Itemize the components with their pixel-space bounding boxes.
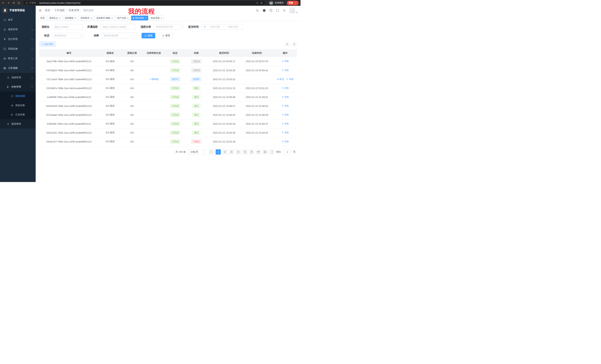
security-warning-label[interactable]: 不安全 [29, 1, 36, 4]
tab[interactable]: 我的流程× [131, 16, 148, 20]
search-icon[interactable] [256, 9, 259, 12]
detail-button[interactable]: ✎详情 [282, 140, 289, 143]
browser-reload-icon[interactable] [12, 1, 15, 4]
next-page-button[interactable] [269, 149, 274, 154]
github-icon[interactable] [262, 9, 266, 12]
process-definition-input[interactable] [100, 24, 136, 30]
tab[interactable]: 流程模型× [63, 16, 78, 20]
help-icon[interactable]: ? [270, 9, 272, 12]
table-row: 331bc281-7b9a-11ec-a290-acde48001122OA 请… [39, 128, 297, 137]
tab[interactable]: 首页 [39, 16, 46, 20]
cell-actions: ✎详情 [274, 102, 297, 110]
submit-time-range-picker[interactable]: 开始日期 - 结束日期 [201, 24, 242, 30]
page-button[interactable]: 5 [242, 149, 248, 154]
detail-button[interactable]: ✎详情 [282, 105, 289, 108]
result-tag: 通过 [192, 113, 200, 117]
category-select[interactable]: 请选择流程分类 [154, 24, 183, 30]
result-select[interactable]: 请选择流结果 [102, 33, 137, 38]
search-button[interactable]: 搜索 [141, 33, 155, 38]
page-button[interactable]: 6 [249, 149, 254, 154]
sidebar-item-my-process[interactable]: 我的流程 [0, 91, 36, 101]
tab-close-icon[interactable]: × [145, 17, 147, 19]
page-button[interactable]: 1 [216, 149, 221, 154]
start-date-placeholder[interactable]: 开始日期 [207, 25, 222, 29]
process-name-input[interactable] [52, 24, 82, 30]
detail-button[interactable]: ✎详情 [282, 113, 289, 116]
result-tag: 不通过 [191, 139, 201, 144]
breadcrumb-separator: / [52, 9, 52, 12]
detail-icon: ✎ [282, 114, 284, 116]
detail-button[interactable]: ✎详情 [282, 122, 289, 125]
browser-menu-icon[interactable]: ⋮ [294, 1, 297, 4]
sidebar-item-todo-task[interactable]: 待办任务 [0, 101, 36, 110]
sidebar-item-infra[interactable]: 基础设施 [0, 44, 36, 54]
chevron-down-icon [31, 48, 33, 50]
sidebar-item-workflow[interactable]: 工作流程 [0, 63, 36, 73]
cell-current-task [142, 66, 165, 75]
current-task-link[interactable]: 一级审批 [149, 78, 159, 80]
detail-button[interactable]: ✎详情 [282, 87, 289, 90]
breadcrumb-item[interactable]: 工作流程 [54, 9, 65, 12]
tab[interactable]: 流程表单-编辑× [95, 16, 115, 20]
browser-back-icon[interactable] [2, 1, 5, 4]
page-button[interactable]: 4 [236, 149, 241, 154]
cancel-button[interactable]: ⊘取消 [277, 78, 284, 81]
tab[interactable]: 用户分组× [115, 16, 130, 20]
tab[interactable]: 流程定义× [47, 16, 62, 20]
action-label: 取消 [280, 78, 284, 81]
detail-button[interactable]: ✎详情 [282, 131, 289, 134]
table-row: 52ffd28e-7b9a-11ec-a290-acde48001122OA 请… [39, 119, 297, 128]
bookmark-star-icon[interactable] [260, 2, 263, 4]
goto-page-input[interactable] [283, 149, 291, 154]
status-select[interactable]: 请选择状态 [52, 33, 84, 38]
detail-button[interactable]: ✎详情 [282, 60, 289, 63]
tab-close-icon[interactable]: × [127, 17, 129, 19]
page-button[interactable]: 11 [262, 149, 268, 154]
avatar[interactable] [289, 8, 295, 13]
cell-actions: ✎详情 [274, 57, 297, 66]
sidebar-item-done-task[interactable]: 已办任务 [0, 110, 36, 119]
sidebar-item-process-mgmt[interactable]: 流程管理 [0, 73, 36, 82]
detail-button[interactable]: ✎详情 [287, 78, 293, 81]
refresh-button[interactable] [292, 42, 297, 47]
sidebar-item-payment[interactable]: ¥ 支付管理 [0, 34, 36, 44]
sidebar-item-leave-query[interactable]: 请假查询 [0, 119, 36, 129]
search-toggle-button[interactable] [285, 42, 290, 47]
detail-button[interactable]: ✎详情 [282, 96, 289, 99]
page-more-button[interactable]: ••• [256, 149, 261, 154]
create-process-button[interactable]: + 发起流程 [39, 42, 56, 47]
tab-close-icon[interactable]: × [59, 17, 60, 19]
url-bar[interactable]: 不安全 dashboard.yudao.iocoder.cn/bpm/task/… [23, 1, 265, 5]
tab-close-icon[interactable]: × [161, 17, 162, 19]
page-button[interactable]: 2 [222, 149, 228, 154]
url-text[interactable]: dashboard.yudao.iocoder.cn/bpm/task/my [39, 2, 255, 4]
tab-close-icon[interactable]: × [75, 17, 76, 19]
breadcrumb-item[interactable]: 任务管理 [69, 9, 79, 12]
user-icon [7, 123, 10, 125]
page-button[interactable]: 3 [229, 149, 234, 154]
cell-process-name: OA 请假 [99, 119, 122, 128]
browser-forward-icon[interactable] [7, 1, 10, 4]
breadcrumb-item[interactable]: 首页 [45, 9, 50, 12]
tab-close-icon[interactable]: × [111, 17, 113, 19]
sidebar-item-task-mgmt[interactable]: 任务管理 [0, 82, 36, 91]
end-date-placeholder[interactable]: 结束日期 [225, 25, 240, 29]
tab[interactable]: 流程表单× [79, 16, 94, 20]
key-icon[interactable] [256, 2, 259, 4]
page-size-select[interactable]: 10条/页 [188, 149, 206, 155]
tab-close-icon[interactable]: × [90, 17, 92, 19]
fullscreen-icon[interactable] [276, 9, 279, 12]
sidebar-item-system[interactable]: 系统管理 [0, 25, 36, 34]
browser-update-button[interactable]: 更新 ⋮ [287, 1, 299, 5]
browser-home-icon[interactable] [18, 1, 20, 4]
detail-button[interactable]: ✎详情 [282, 69, 289, 72]
tab[interactable]: 发起流程× [149, 16, 164, 20]
sidebar-item-devtools[interactable]: 研发工具 [0, 54, 36, 63]
font-size-icon[interactable] [283, 9, 286, 12]
action-label: 详情 [284, 69, 289, 72]
sidebar-item-home[interactable]: 首页 [0, 15, 36, 25]
cell-end-time [240, 75, 274, 84]
menu-collapse-icon[interactable] [39, 9, 42, 12]
prev-page-button[interactable] [209, 149, 214, 154]
reset-button[interactable]: 重置 [159, 33, 173, 38]
